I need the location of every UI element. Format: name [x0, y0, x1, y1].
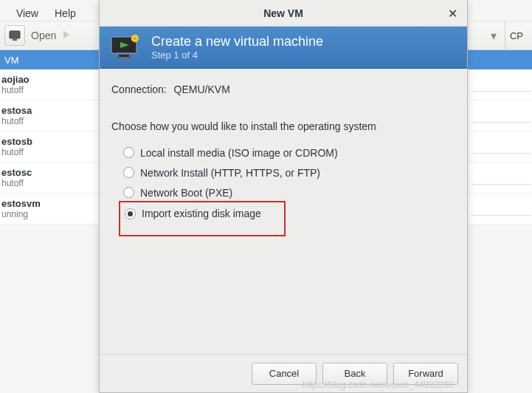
radio-icon [123, 187, 134, 198]
open-button[interactable]: Open [31, 30, 56, 41]
radio-icon [125, 208, 136, 219]
option-label: Network Install (HTTP, HTTPS, or FTP) [140, 167, 320, 179]
vm-create-icon [110, 34, 141, 61]
menu-view[interactable]: View [16, 7, 38, 21]
new-vm-dialog: New VM ✕ Create a new virtual machine St… [99, 0, 468, 393]
new-vm-button[interactable] [4, 25, 25, 46]
forward-button[interactable]: Forward [393, 363, 458, 385]
cancel-button[interactable]: Cancel [252, 363, 317, 385]
dialog-titlebar: New VM ✕ [100, 0, 467, 27]
radio-icon [123, 147, 134, 158]
option-label: Import existing disk image [142, 208, 261, 219]
dialog-step: Step 1 of 4 [151, 49, 323, 61]
svg-rect-3 [119, 55, 129, 57]
dialog-body: Connection: QEMU/KVM Choose how you woul… [100, 69, 467, 354]
dialog-header: Create a new virtual machine Step 1 of 4 [100, 27, 467, 69]
cpu-column-header: CP [505, 21, 528, 49]
radio-icon [123, 167, 134, 178]
dialog-footer: Cancel Back Forward [100, 354, 467, 392]
vm-sparkline [471, 105, 531, 123]
option-label: Network Boot (PXE) [140, 187, 232, 199]
option-network-install[interactable]: Network Install (HTTP, HTTPS, or FTP) [123, 163, 455, 182]
back-button[interactable]: Back [322, 363, 387, 385]
install-method-group: Local install media (ISO image or CDROM)… [123, 143, 455, 236]
svg-rect-4 [116, 57, 132, 59]
play-button[interactable] [62, 29, 71, 42]
connection-label: Connection: [111, 83, 167, 95]
vm-sparkline [471, 167, 531, 185]
close-icon[interactable]: ✕ [445, 6, 460, 21]
connection-value: QEMU/KVM [174, 83, 230, 95]
dialog-header-title: Create a new virtual machine [151, 34, 323, 49]
vm-sparkline [471, 74, 531, 92]
install-prompt: Choose how you would like to install the… [111, 120, 455, 132]
svg-rect-1 [13, 39, 17, 41]
menu-help[interactable]: Help [55, 7, 76, 21]
toolbar-dropdown-icon[interactable]: ▾ [488, 27, 499, 44]
option-local-media[interactable]: Local install media (ISO image or CDROM) [123, 143, 455, 163]
vm-sparkline [471, 136, 531, 154]
option-import-disk[interactable]: Import existing disk image [125, 205, 280, 222]
dialog-title: New VM [263, 7, 303, 19]
option-network-boot[interactable]: Network Boot (PXE) [123, 182, 455, 202]
svg-rect-0 [10, 31, 20, 38]
option-label: Local install media (ISO image or CDROM) [140, 147, 338, 159]
vm-sparkline [471, 198, 531, 216]
highlight-annotation: Import existing disk image [119, 201, 286, 236]
